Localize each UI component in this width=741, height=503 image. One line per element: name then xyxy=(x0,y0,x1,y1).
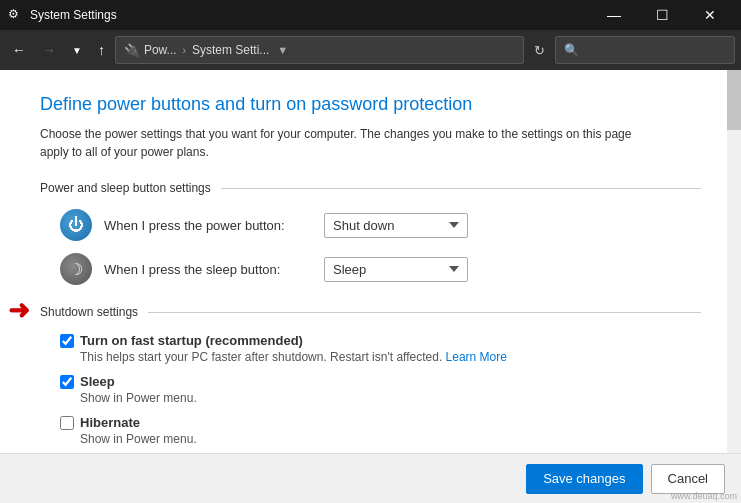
power-button-label: When I press the power button: xyxy=(104,218,324,233)
sleep-button-row: ☽ When I press the sleep button: Sleep H… xyxy=(60,253,701,285)
sleep-item: Sleep Show in Power menu. xyxy=(60,374,701,405)
watermark: www.deuaq.com xyxy=(671,491,737,501)
address-bar[interactable]: 🔌 Pow... › System Setti... ▼ xyxy=(115,36,524,64)
sleep-description: Show in Power menu. xyxy=(80,391,701,405)
shutdown-section-header: Shutdown settings xyxy=(40,305,701,319)
fast-startup-description: This helps start your PC faster after sh… xyxy=(80,350,701,364)
main-content: Define power buttons and turn on passwor… xyxy=(0,70,741,503)
shutdown-section-divider xyxy=(148,312,701,313)
learn-more-link[interactable]: Learn More xyxy=(446,350,507,364)
save-changes-button[interactable]: Save changes xyxy=(526,464,642,494)
window-controls: — ☐ ✕ xyxy=(591,0,733,30)
power-section-title: Power and sleep button settings xyxy=(40,181,211,195)
sleep-button-select[interactable]: Sleep Hibernate Shut down Turn off the d… xyxy=(324,257,468,282)
close-button[interactable]: ✕ xyxy=(687,0,733,30)
window-title: System Settings xyxy=(30,8,591,22)
sleep-button-label: When I press the sleep button: xyxy=(104,262,324,277)
cancel-button[interactable]: Cancel xyxy=(651,464,725,494)
navigation-bar: ← → ▼ ↑ 🔌 Pow... › System Setti... ▼ ↻ xyxy=(0,30,741,70)
minimize-button[interactable]: — xyxy=(591,0,637,30)
search-box[interactable] xyxy=(555,36,735,64)
shutdown-section-title: Shutdown settings xyxy=(40,305,138,319)
hibernate-checkbox[interactable] xyxy=(60,416,74,430)
page-title: Define power buttons and turn on passwor… xyxy=(40,94,701,115)
footer: Save changes Cancel xyxy=(0,453,741,503)
address-separator: › xyxy=(183,45,186,56)
recent-locations-button[interactable]: ▼ xyxy=(66,36,88,64)
sleep-checkbox[interactable] xyxy=(60,375,74,389)
address-part-1: Pow... xyxy=(144,43,177,57)
hibernate-row: Hibernate xyxy=(60,415,701,430)
forward-button[interactable]: → xyxy=(36,36,62,64)
address-icon: 🔌 xyxy=(124,43,140,58)
hibernate-item: Hibernate Show in Power menu. xyxy=(60,415,701,446)
page-description: Choose the power settings that you want … xyxy=(40,125,660,161)
address-part-2: System Setti... xyxy=(192,43,269,57)
hibernate-description: Show in Power menu. xyxy=(80,432,701,446)
fast-startup-item: Turn on fast startup (recommended) This … xyxy=(60,333,701,364)
sleep-row: Sleep xyxy=(60,374,701,389)
power-button-select[interactable]: Shut down Sleep Hibernate Turn off the d… xyxy=(324,213,468,238)
fast-startup-checkbox[interactable] xyxy=(60,334,74,348)
hibernate-label: Hibernate xyxy=(80,415,140,430)
scrollbar-track[interactable] xyxy=(727,70,741,453)
maximize-button[interactable]: ☐ xyxy=(639,0,685,30)
app-icon: ⚙ xyxy=(8,7,24,23)
titlebar: ⚙ System Settings — ☐ ✕ xyxy=(0,0,741,30)
search-input[interactable] xyxy=(564,43,726,57)
sleep-button-icon: ☽ xyxy=(60,253,92,285)
power-button-row: ⏻ When I press the power button: Shut do… xyxy=(60,209,701,241)
scrollbar-thumb[interactable] xyxy=(727,70,741,130)
sleep-label: Sleep xyxy=(80,374,115,389)
power-settings-section: Power and sleep button settings ⏻ When I… xyxy=(40,181,701,285)
fast-startup-row: Turn on fast startup (recommended) xyxy=(60,333,701,348)
red-arrow: ➜ xyxy=(8,295,30,326)
power-button-icon: ⏻ xyxy=(60,209,92,241)
refresh-button[interactable]: ↻ xyxy=(528,39,551,62)
power-section-header: Power and sleep button settings xyxy=(40,181,701,195)
back-button[interactable]: ← xyxy=(6,36,32,64)
address-dropdown-button[interactable]: ▼ xyxy=(273,44,292,56)
up-button[interactable]: ↑ xyxy=(92,36,111,64)
fast-startup-label: Turn on fast startup (recommended) xyxy=(80,333,303,348)
section-divider xyxy=(221,188,701,189)
